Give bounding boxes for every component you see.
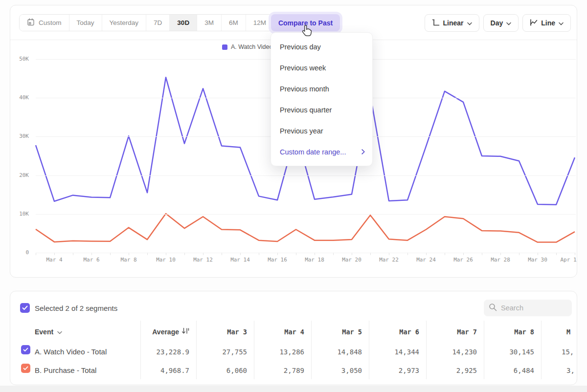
x-axis-tick xyxy=(54,253,55,255)
x-axis-tick xyxy=(315,253,315,255)
x-axis-label: Mar 14 xyxy=(226,257,255,263)
y-axis-label: 0 xyxy=(10,249,29,256)
table-cell: 14,230 xyxy=(423,347,477,357)
search-input[interactable] xyxy=(501,304,564,312)
x-axis-tick xyxy=(389,253,389,255)
x-axis-tick xyxy=(352,253,352,255)
table-header-event[interactable]: Event xyxy=(35,327,62,337)
x-axis-label: Mar 16 xyxy=(263,257,292,263)
chevron-down-icon xyxy=(57,327,62,337)
x-axis-tick xyxy=(203,253,203,255)
column-header-label: Mar 7 xyxy=(457,328,477,336)
x-axis-tick xyxy=(500,253,501,255)
table-cell: 2,973 xyxy=(365,366,419,375)
table-cell: 4,968.7 xyxy=(135,366,189,375)
table-cell: 14,848 xyxy=(308,347,362,357)
x-axis-label: Mar 22 xyxy=(374,257,404,263)
table-cell: 13,286 xyxy=(250,347,304,357)
x-axis-tick xyxy=(240,253,241,255)
column-header-label: Average xyxy=(152,327,179,337)
column-header-label: Mar 3 xyxy=(227,328,247,336)
table-header-mar-3[interactable]: Mar 3 xyxy=(193,327,247,337)
x-axis-tick xyxy=(73,253,73,255)
x-axis-tick xyxy=(91,253,92,255)
x-axis-tick xyxy=(463,253,464,255)
y-axis-label: 50K xyxy=(10,56,29,62)
check-icon xyxy=(22,305,28,310)
table-header-mar-7[interactable]: Mar 7 xyxy=(423,327,477,337)
x-axis-tick xyxy=(556,253,557,255)
column-header-label: Mar 5 xyxy=(342,328,362,336)
table-header-mar-6[interactable]: Mar 6 xyxy=(365,327,419,337)
x-axis-tick xyxy=(184,253,185,255)
compare-to-past-menu: Previous dayPrevious weekPrevious monthP… xyxy=(271,32,373,166)
x-axis-label: Mar 8 xyxy=(114,257,143,263)
table-header-average[interactable]: Average xyxy=(135,327,189,337)
x-axis-tick xyxy=(147,253,148,255)
table-cell: 6,060 xyxy=(193,366,247,375)
y-axis-label: 20K xyxy=(10,172,29,178)
table-cell: 2,925 xyxy=(423,366,477,375)
x-axis-tick xyxy=(426,253,427,255)
row-checkbox-b-purchase-total[interactable] xyxy=(21,364,30,373)
table-cell: 3,050 xyxy=(308,366,362,375)
x-axis-tick xyxy=(277,253,278,255)
x-axis-label: Mar 24 xyxy=(411,257,441,263)
menu-item-label: Previous day xyxy=(280,43,321,51)
search-icon xyxy=(489,303,497,313)
table-cell: 23,228.9 xyxy=(135,347,189,357)
sort-descending-icon xyxy=(182,327,189,337)
gridline xyxy=(36,253,576,253)
x-axis-tick xyxy=(36,253,36,255)
menu-item-previous-month[interactable]: Previous month xyxy=(271,78,372,99)
table-cell: 14,344 xyxy=(365,347,419,357)
x-axis-tick xyxy=(407,253,408,255)
menu-item-previous-day[interactable]: Previous day xyxy=(271,36,372,57)
page-bottom-strip xyxy=(0,386,587,392)
x-axis-tick xyxy=(259,253,259,255)
table-header-mar-5[interactable]: Mar 5 xyxy=(308,327,362,337)
menu-item-previous-year[interactable]: Previous year xyxy=(271,120,372,141)
x-axis-tick xyxy=(370,253,371,255)
x-axis-tick xyxy=(110,253,111,255)
gridline xyxy=(36,214,576,215)
row-label-a-watch-video-total: A. Watch Video - Total xyxy=(35,347,107,357)
event-header-label: Event xyxy=(35,327,53,337)
table-header-mar-8[interactable]: Mar 8 xyxy=(480,327,534,337)
menu-item-previous-week[interactable]: Previous week xyxy=(271,57,372,78)
column-header-label: Mar 6 xyxy=(399,328,419,336)
x-axis-tick xyxy=(575,253,575,255)
x-axis-label: Mar 4 xyxy=(40,257,69,263)
menu-item-label: Previous year xyxy=(280,127,323,135)
x-axis-label: Mar 18 xyxy=(300,257,329,263)
table-header-mar-4[interactable]: Mar 4 xyxy=(250,327,304,337)
x-axis-label: Mar 28 xyxy=(486,257,515,263)
gridline xyxy=(36,175,576,176)
x-axis-tick xyxy=(445,253,445,255)
table-cell: 2,789 xyxy=(250,366,304,375)
y-axis-label: 30K xyxy=(10,133,29,139)
x-axis-tick xyxy=(538,253,538,255)
table-cell: 6,484 xyxy=(480,366,534,375)
x-axis-label: Mar 12 xyxy=(188,257,218,263)
menu-item-previous-quarter[interactable]: Previous quarter xyxy=(271,99,372,120)
chart-line-b-purchase-total xyxy=(36,214,575,242)
segments-card: Selected 2 of 2 segments EventAverageMar… xyxy=(10,291,577,385)
segment-search[interactable] xyxy=(484,300,572,316)
menu-item-label: Previous week xyxy=(280,64,326,72)
menu-item-label: Custom date range... xyxy=(280,148,346,156)
x-axis-label: Mar 6 xyxy=(77,257,106,263)
row-label-b-purchase-total: B. Purchase - Total xyxy=(35,366,96,375)
x-axis-label: Mar 26 xyxy=(449,257,478,263)
menu-item-label: Previous month xyxy=(280,85,329,93)
row-checkbox-a-watch-video-total[interactable] xyxy=(21,345,30,354)
column-header-label: Mar 8 xyxy=(514,328,534,336)
x-axis-label: Mar 10 xyxy=(151,257,181,263)
select-all-checkbox[interactable] xyxy=(20,303,30,313)
menu-item-custom-date-range[interactable]: Custom date range... xyxy=(271,141,372,162)
check-icon xyxy=(23,366,28,370)
chevron-right-icon xyxy=(361,148,365,156)
x-axis-tick xyxy=(222,253,222,255)
y-axis-label: 40K xyxy=(10,94,29,101)
check-icon xyxy=(23,348,28,352)
